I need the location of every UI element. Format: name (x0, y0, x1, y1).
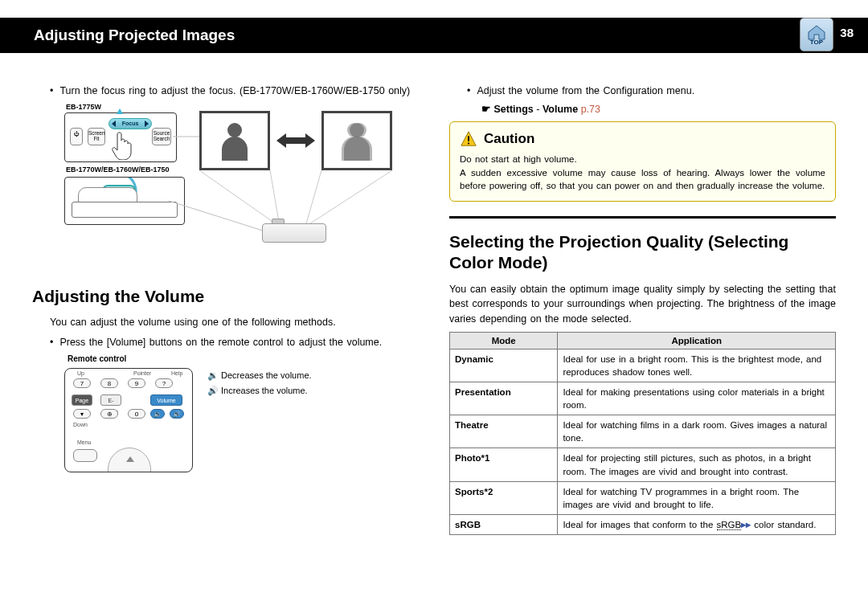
volume-label-key: Volume (150, 394, 182, 406)
header-title: Adjusting Projected Images (34, 27, 235, 44)
settings-volume-ref[interactable]: ☛ Settings - Volume p.73 (481, 103, 836, 115)
glossary-arrow-icon: ▸▸ (741, 520, 751, 529)
dpad-icon (108, 447, 151, 472)
table-row: TheatreIdeal for watching films in a dar… (450, 415, 836, 448)
color-mode-table: Mode Application DynamicIdeal for use in… (449, 332, 836, 535)
volume-down-key: 🔉 (150, 409, 165, 419)
table-row: sRGB Ideal for images that conform to th… (450, 514, 836, 534)
caution-text: Do not start at high volume. A sudden ex… (460, 153, 825, 193)
caution-title: Caution (484, 131, 534, 147)
volume-legend: 🔉 Decreases the volume. 🔊 Increases the … (207, 368, 312, 398)
config-menu-bullet: Adjust the volume from the Configuration… (467, 84, 836, 98)
table-row: Sports*2Ideal for watching TV programmes… (450, 481, 836, 514)
remote-control-label: Remote control (68, 354, 419, 363)
volume-up-key: 🔊 (170, 409, 184, 419)
home-icon (806, 24, 827, 40)
volume-remote-bullet: Press the [Volume] buttons on the remote… (50, 335, 419, 349)
remote-control-illustration: Up Pointer Help 7 8 9 ? Page E-Zoom Volu… (64, 368, 193, 472)
th-mode: Mode (450, 332, 558, 349)
section-color-mode: Selecting the Projection Quality (Select… (449, 231, 836, 274)
volume-intro-text: You can adjust the volume using one of t… (50, 315, 419, 330)
table-row: Photo*1Ideal for projecting still pictur… (450, 448, 836, 481)
left-column: Turn the focus ring to adjust the focus.… (32, 84, 419, 535)
projector-icon (262, 223, 326, 243)
svg-line-7 (305, 170, 392, 227)
svg-rect-10 (468, 136, 469, 141)
volume-up-icon: 🔊 (207, 383, 219, 398)
page-body: Turn the focus ring to adjust the focus.… (0, 72, 868, 611)
volume-down-icon: 🔉 (207, 368, 219, 383)
projection-comparison-illustration (64, 104, 434, 273)
caution-box: Caution Do not start at high volume. A s… (449, 121, 836, 202)
pointer-icon: ☛ (481, 104, 493, 115)
glossary-link[interactable]: sRGB (717, 520, 742, 530)
right-column: Adjust the volume from the Configuration… (449, 84, 836, 535)
svg-rect-11 (468, 143, 469, 145)
top-label: TOP (810, 39, 823, 46)
svg-line-9 (169, 201, 265, 231)
table-row: PresentationIdeal for making presentatio… (450, 382, 836, 415)
page-number: 38 (840, 26, 854, 39)
color-mode-intro: You can easily obtain the optimum image … (449, 282, 836, 327)
focus-ring-bullet: Turn the focus ring to adjust the focus.… (50, 84, 419, 98)
table-row: DynamicIdeal for use in a bright room. T… (450, 349, 836, 382)
th-application: Application (558, 332, 836, 349)
section-adjusting-volume: Adjusting the Volume (32, 286, 419, 307)
projection-beams (64, 104, 434, 273)
page-ref-link[interactable]: p.73 (581, 104, 600, 115)
section-divider (449, 216, 836, 219)
page-header: Adjusting Projected Images (0, 18, 868, 53)
svg-line-4 (199, 170, 280, 227)
top-button[interactable]: TOP (800, 18, 833, 51)
legend-increase: 🔊 Increases the volume. (207, 383, 312, 398)
legend-decrease: 🔉 Decreases the volume. (207, 368, 312, 383)
caution-icon (460, 130, 477, 148)
